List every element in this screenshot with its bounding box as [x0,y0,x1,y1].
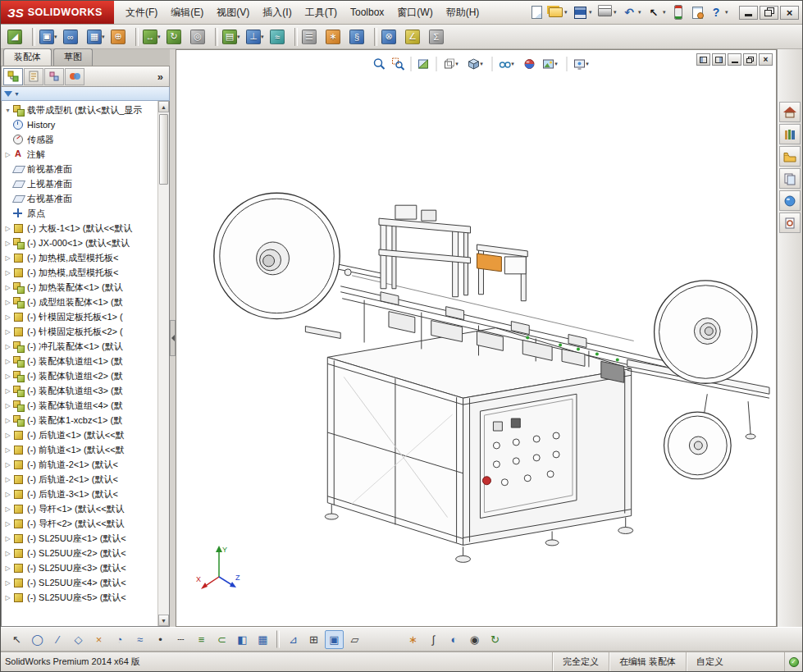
sketch-tool-button[interactable]: ≈ [130,630,149,649]
sketch-tool-button[interactable]: ↖ [7,630,26,649]
hide-show-dropdown-icon[interactable]: ▾ [511,61,517,67]
new-document-icon[interactable] [527,3,545,21]
toolbar-button[interactable]: ∠ [404,26,427,48]
tree-item-expander-icon[interactable]: ▷ [3,254,12,262]
section-view[interactable] [414,54,432,74]
sketch-tool-button[interactable]: ∕ [48,630,67,649]
panel-splitter[interactable] [170,49,176,627]
save-dropdown-icon[interactable]: ▾ [589,9,595,16]
tree-item-expander-icon[interactable]: ▷ [3,328,12,336]
menu-item[interactable]: 帮助(H) [440,1,486,24]
open-dropdown-icon[interactable]: ▾ [564,9,570,16]
toolbar-button[interactable]: § [348,26,372,48]
tree-item[interactable]: 右视基准面 [3,191,157,206]
menu-item[interactable]: 编辑(E) [164,1,210,24]
menu-item[interactable]: 视图(V) [210,1,256,24]
tree-item-expander-icon[interactable]: ▷ [3,358,12,365]
toolbar-button[interactable]: ▦ ▾ [85,26,109,48]
sketch-tool-button[interactable]: ┄ [171,630,190,649]
featuremanager-tree-tab[interactable] [3,68,23,85]
menu-item[interactable]: 文件(F) [119,1,164,24]
sketch-tool-button[interactable]: ∫ [424,630,443,649]
toolbar-button[interactable] [294,28,298,46]
tree-item[interactable]: ▷ (-) 后轨道<1> (默认<<默 [3,427,157,442]
view-settings-dropdown-icon[interactable]: ▾ [586,61,591,67]
solidworks-resources-icon[interactable] [779,102,801,122]
toolbar-dropdown-icon[interactable]: ▾ [54,34,60,40]
tree-item[interactable]: ▷ (-) 成型组装配体<1> (默 [3,295,157,309]
tree-item[interactable]: ▷ (-) 导杆<2> (默认<<默认 [3,516,157,531]
tree-item[interactable]: ▷ (-) SL25UU座<2> (默认< [3,546,157,560]
tree-item-expander-icon[interactable]: ▷ [3,387,12,395]
zoom-to-fit[interactable] [370,54,388,74]
tree-item[interactable]: ▷ (-) SL25UU座<4> (默认< [3,575,157,590]
tree-item[interactable]: 上视基准面 [3,176,157,191]
tree-item[interactable]: ▷ (-) 装配体轨道组<4> (默 [3,398,157,413]
pane-left-icon[interactable] [696,53,710,66]
help-icon[interactable]: ? [707,3,725,21]
tree-item-expander-icon[interactable]: ▷ [3,417,12,424]
tree-item[interactable]: ▷ (-) SL25UU座<5> (默认< [3,590,157,605]
custom-status-label[interactable]: 自定义 [686,652,784,671]
undo-icon[interactable]: ↶ [620,3,638,21]
sketch-tool-button[interactable]: ∗ [404,630,422,649]
tree-item-expander-icon[interactable]: ▷ [3,476,12,483]
design-library-icon[interactable] [779,124,801,144]
sketch-tool-button[interactable] [276,630,280,648]
toolbar-dropdown-icon[interactable]: ▾ [102,34,107,40]
tree-item[interactable]: ▷ (-) 针模固定板托板<2> ( [3,324,157,339]
menu-item[interactable]: Toolbox [344,1,390,24]
view-orientation[interactable]: ▾ [440,54,463,74]
tree-item[interactable]: ▷ (-) JX-000<1> (默认<默认 [3,235,157,250]
tree-item-expander-icon[interactable]: ▷ [3,313,12,321]
sketch-tool-button[interactable]: ▦ [253,630,272,649]
filter-dropdown-icon[interactable]: ▼ [14,91,20,97]
tree-item[interactable]: ▷ (-) 前轨道-2<1> (默认< [3,457,157,472]
tree-item-expander-icon[interactable]: ▷ [3,151,12,158]
tree-item[interactable]: ▷ (-) SL25UU座<3> (默认< [3,560,157,575]
minimize-button[interactable] [739,6,758,20]
sketch-tool-button[interactable]: ▱ [345,630,364,649]
scroll-up-icon[interactable]: ▲ [158,101,169,112]
tree-item-expander-icon[interactable]: ▷ [3,579,12,587]
tree-item-expander-icon[interactable]: ▷ [3,594,12,601]
select-cursor-icon[interactable]: ↖ [645,3,663,21]
apply-scene[interactable]: ▾ [539,54,563,74]
tree-item-expander-icon[interactable]: ▷ [3,491,12,498]
tree-item[interactable]: ▷ (-) 加热装配体<1> (默认 [3,280,157,295]
zoom-to-area[interactable] [389,54,407,74]
custom-properties-icon[interactable] [779,213,801,233]
toolbar-button[interactable]: ◎ [189,26,212,48]
menu-item[interactable]: 插入(I) [256,1,298,24]
tree-item[interactable]: ▷ (-) 后轨道-3<1> (默认< [3,487,157,501]
tree-item[interactable]: 前视基准面 [3,162,157,176]
sketch-tool-button[interactable]: ◉ [465,630,484,649]
sketch-tool-button[interactable]: ≡ [192,630,211,649]
sketch-tool-button[interactable]: ▣ [325,630,344,649]
tree-item[interactable]: ▷ (-) 装配体轨道组<3> (默 [3,383,157,398]
appearances-scenes-icon[interactable] [779,190,801,211]
scrollbar-thumb[interactable] [159,114,168,185]
toolbar-button[interactable]: ☰ [300,26,324,48]
hide-show-items[interactable]: ▾ [495,54,519,74]
toolbar-button[interactable] [32,28,35,46]
configurationmanager-tab[interactable] [44,68,64,85]
toolbar-dropdown-icon[interactable]: ▾ [237,34,243,40]
tree-item-expander-icon[interactable]: ▷ [3,299,12,306]
sketch-tool-button[interactable]: ◐ [445,630,463,649]
tree-item-expander-icon[interactable]: ▷ [3,550,12,557]
graphics-area[interactable]: ▾ ▾ ▾ ▾ [176,49,777,627]
tree-item[interactable]: ▷ (-) 装配体1-xcbz<1> (默 [3,413,157,427]
tree-item[interactable]: ▷ (-) 加热模,成型模托板< [3,265,157,280]
tree-scrollbar[interactable]: ▲ ▼ [157,101,169,626]
tree-item[interactable]: ▷ (-) 加热模,成型模托板< [3,250,157,265]
sketch-tool-button[interactable]: ↻ [486,630,504,649]
help-dropdown-icon[interactable]: ▾ [725,9,731,16]
tree-item[interactable]: 原点 [3,206,157,221]
tree-item-expander-icon[interactable]: ▷ [3,343,12,350]
sketch-tool-button[interactable]: ⊞ [304,630,323,649]
toolbar-button[interactable]: Σ [427,26,451,48]
view-settings[interactable]: ▾ [570,54,594,74]
tree-root-expander-icon[interactable]: ▾ [3,107,12,114]
sketch-tool-button[interactable]: • [151,630,170,649]
